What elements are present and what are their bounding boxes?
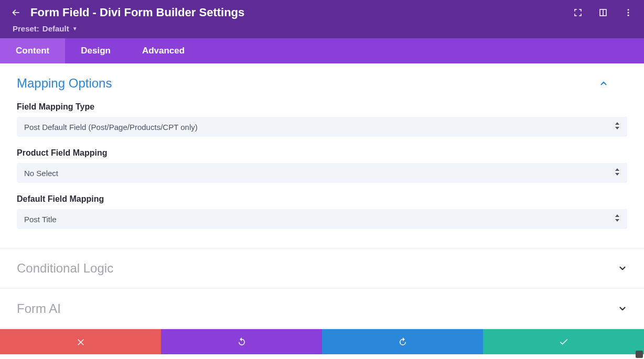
save-button[interactable]	[483, 329, 644, 354]
preset-selector[interactable]: Preset: Default ▼	[10, 24, 634, 33]
select-default-field-mapping[interactable]: Post Title	[17, 209, 627, 229]
redo-button[interactable]	[322, 329, 483, 354]
header-left: Form Field - Divi Form Builder Settings	[10, 6, 244, 19]
section-header: Conditional Logic	[17, 261, 627, 276]
more-vertical-icon[interactable]	[623, 7, 634, 18]
select-sort-icon	[615, 214, 620, 224]
section-form-ai[interactable]: Form AI	[0, 289, 644, 329]
modal-header: Form Field - Divi Form Builder Settings …	[0, 0, 644, 38]
settings-body: Mapping Options Field Mapping Type Post …	[0, 63, 644, 329]
svg-point-2	[628, 15, 629, 16]
more-vertical-icon[interactable]	[617, 78, 627, 89]
columns-icon[interactable]	[598, 7, 608, 18]
select-value: No Select	[24, 169, 58, 178]
svg-point-1	[628, 12, 629, 14]
resize-handle-icon[interactable]	[636, 351, 643, 358]
tabs-bar: Content Design Advanced	[0, 38, 644, 63]
header-row: Form Field - Divi Form Builder Settings	[10, 4, 634, 21]
field-label: Product Field Mapping	[17, 148, 627, 158]
undo-button[interactable]	[161, 329, 322, 354]
select-field-mapping-type[interactable]: Post Default Field (Post/Page/Products/C…	[17, 117, 627, 137]
tab-content[interactable]: Content	[0, 38, 65, 63]
section-actions	[618, 264, 627, 273]
cancel-button[interactable]	[0, 329, 161, 354]
scan-icon[interactable]	[573, 7, 583, 18]
chevron-down-icon[interactable]	[618, 304, 627, 313]
chevron-up-icon[interactable]	[599, 79, 608, 88]
field-mapping-type: Field Mapping Type Post Default Field (P…	[17, 102, 627, 137]
preset-value: Default	[42, 24, 69, 33]
tab-design[interactable]: Design	[65, 38, 126, 63]
section-header: Form AI	[17, 301, 627, 316]
select-value: Post Default Field (Post/Page/Products/C…	[24, 123, 198, 132]
section-title-conditional: Conditional Logic	[17, 261, 113, 276]
svg-point-3	[621, 80, 623, 82]
caret-down-icon: ▼	[72, 26, 78, 31]
modal-title: Form Field - Divi Form Builder Settings	[30, 6, 244, 19]
field-label: Field Mapping Type	[17, 102, 627, 112]
select-sort-icon	[615, 122, 620, 132]
header-right	[573, 7, 634, 18]
svg-point-5	[621, 85, 623, 86]
preset-label: Preset:	[13, 24, 39, 33]
section-conditional-logic[interactable]: Conditional Logic	[0, 248, 644, 289]
field-default-mapping: Default Field Mapping Post Title	[17, 194, 627, 229]
field-product-mapping: Product Field Mapping No Select	[17, 148, 627, 183]
section-title-mapping: Mapping Options	[17, 76, 112, 91]
section-title-form-ai: Form AI	[17, 301, 61, 316]
section-actions	[599, 78, 627, 89]
svg-point-4	[621, 83, 623, 84]
back-arrow-icon[interactable]	[10, 7, 21, 18]
section-header[interactable]: Mapping Options	[17, 76, 627, 91]
select-value: Post Title	[24, 215, 57, 224]
chevron-down-icon[interactable]	[618, 264, 627, 273]
select-product-field-mapping[interactable]: No Select	[17, 163, 627, 183]
footer-actions	[0, 329, 644, 354]
svg-point-0	[628, 9, 629, 10]
section-mapping-options: Mapping Options Field Mapping Type Post …	[0, 63, 644, 248]
section-actions	[618, 304, 627, 313]
select-sort-icon	[615, 168, 620, 178]
field-label: Default Field Mapping	[17, 194, 627, 204]
tab-advanced[interactable]: Advanced	[126, 38, 200, 63]
